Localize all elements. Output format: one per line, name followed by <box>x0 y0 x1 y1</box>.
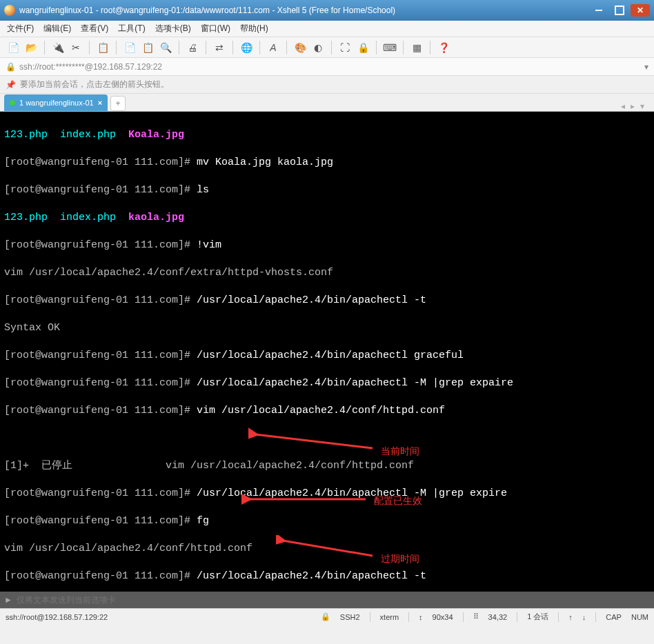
status-dot-icon <box>10 100 15 105</box>
tab-prev-icon[interactable]: ◂ <box>621 101 625 111</box>
help-icon[interactable]: ❓ <box>436 40 451 55</box>
compose-bar: ► <box>0 592 654 608</box>
status-up-icon: ↑ <box>568 613 573 621</box>
menu-edit[interactable]: 编辑(E) <box>43 23 71 34</box>
theme-icon[interactable]: ◐ <box>310 40 326 55</box>
compose-prompt-icon: ► <box>4 595 12 605</box>
status-down-icon: ↓ <box>582 613 586 621</box>
font-icon[interactable]: A <box>266 40 281 55</box>
toolbar: 📄 📂 🔌 ✂ 📋 📄 📋 🔍 🖨 ⇄ 🌐 A 🎨 ◐ ⛶ 🔒 ⌨ ▦ ❓ <box>0 37 654 58</box>
menu-view[interactable]: 查看(V) <box>81 23 108 34</box>
status-sessions: 1 会话 <box>527 612 548 622</box>
pin-icon[interactable]: 📌 <box>6 80 16 90</box>
separator <box>286 41 287 54</box>
tab-scroll: ◂ ▸ ▾ <box>621 101 650 111</box>
separator <box>403 41 404 54</box>
menubar: 文件(F) 编辑(E) 查看(V) 工具(T) 选项卡(B) 窗口(W) 帮助(… <box>0 21 654 37</box>
app-logo-icon <box>4 5 15 16</box>
annotation-config: 配置已生效 <box>374 494 422 507</box>
separator <box>89 41 90 54</box>
layout-icon[interactable]: ▦ <box>409 40 424 55</box>
address-bar: 🔒 ssh://root:*********@192.168.57.129:22… <box>0 58 654 76</box>
hint-bar: 📌 要添加当前会话，点击左侧的箭头按钮。 <box>0 76 654 94</box>
open-folder-icon[interactable]: 📂 <box>23 40 39 55</box>
minimize-button[interactable] <box>589 4 608 17</box>
tab-next-icon[interactable]: ▸ <box>631 101 635 111</box>
status-proto: SSH2 <box>340 613 360 621</box>
separator <box>376 41 377 54</box>
dropdown-icon[interactable]: ▾ <box>644 62 648 72</box>
disconnect-icon[interactable]: ✂ <box>68 40 83 55</box>
separator <box>331 41 332 54</box>
separator <box>116 41 117 54</box>
separator <box>430 41 430 54</box>
status-cursor: 34,32 <box>488 613 508 621</box>
new-tab-button[interactable]: + <box>110 96 126 111</box>
lock-icon[interactable]: 🔒 <box>355 40 370 55</box>
menu-file[interactable]: 文件(F) <box>7 23 34 34</box>
tab-close-icon[interactable]: × <box>98 99 102 107</box>
separator <box>232 41 233 54</box>
color-icon[interactable]: 🎨 <box>293 40 308 55</box>
separator <box>44 41 45 54</box>
status-num: NUM <box>631 613 648 621</box>
status-size-icon: ↕ <box>419 613 423 621</box>
properties-icon[interactable]: 📋 <box>95 40 110 55</box>
terminal-output[interactable]: 123.php index.php Koala.jpg [root@wangru… <box>0 112 654 592</box>
annotation-current-time: 当前时间 <box>381 444 419 458</box>
keyboard-icon[interactable]: ⌨ <box>382 40 397 55</box>
titlebar: wangruifenglinux-01 - root@wangruifeng-0… <box>0 0 654 21</box>
menu-tabs[interactable]: 选项卡(B) <box>155 23 191 34</box>
address-text[interactable]: ssh://root:*********@192.168.57.129:22 <box>19 62 644 72</box>
close-button[interactable] <box>631 4 650 17</box>
session-tab[interactable]: 1 wangruifenglinux-01 × <box>4 94 108 111</box>
status-cursor-icon: ⠿ <box>473 612 479 621</box>
status-address: ssh://root@192.168.57.129:22 <box>6 613 108 621</box>
globe-icon[interactable]: 🌐 <box>239 40 254 55</box>
status-bar: ssh://root@192.168.57.129:22 🔒 SSH2 xter… <box>0 608 654 625</box>
padlock-icon: 🔒 <box>6 62 15 72</box>
tab-list-icon[interactable]: ▾ <box>640 101 644 111</box>
maximize-button[interactable] <box>610 4 629 17</box>
transfer-icon[interactable]: ⇄ <box>212 40 227 55</box>
separator <box>179 41 179 54</box>
tab-bar: 1 wangruifenglinux-01 × + ◂ ▸ ▾ <box>0 94 654 112</box>
status-termtype: xterm <box>380 613 399 621</box>
separator <box>259 41 260 54</box>
status-lock-icon: 🔒 <box>321 612 330 621</box>
find-icon[interactable]: 🔍 <box>158 40 173 55</box>
annotation-expire: 过期时间 <box>381 552 419 565</box>
separator <box>206 41 206 54</box>
print-icon[interactable]: 🖨 <box>185 40 200 55</box>
menu-window[interactable]: 窗口(W) <box>201 23 230 34</box>
menu-tools[interactable]: 工具(T) <box>118 23 145 34</box>
reconnect-icon[interactable]: 🔌 <box>50 40 66 55</box>
copy-icon[interactable]: 📄 <box>122 40 137 55</box>
menu-help[interactable]: 帮助(H) <box>240 23 268 34</box>
paste-icon[interactable]: 📋 <box>140 40 155 55</box>
status-caps: CAP <box>606 613 622 621</box>
compose-input[interactable] <box>17 595 650 605</box>
new-session-icon[interactable]: 📄 <box>6 40 21 55</box>
tab-label: 1 wangruifenglinux-01 <box>19 99 94 107</box>
hint-text: 要添加当前会话，点击左侧的箭头按钮。 <box>20 79 169 90</box>
window-title: wangruifenglinux-01 - root@wangruifeng-0… <box>19 6 588 15</box>
status-size: 90x34 <box>433 613 453 621</box>
fullscreen-icon[interactable]: ⛶ <box>337 40 353 55</box>
